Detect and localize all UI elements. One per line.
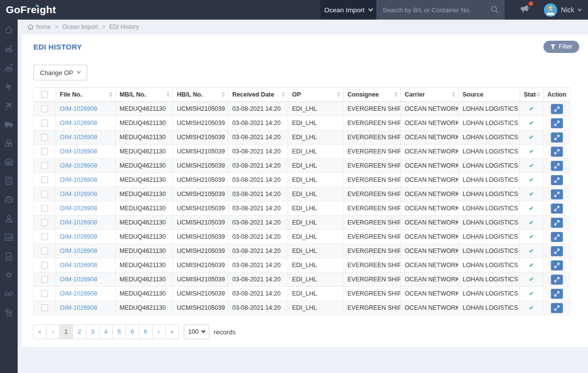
action-expand-button[interactable] xyxy=(551,232,563,242)
row-checkbox[interactable] xyxy=(41,105,48,112)
column-header[interactable]: File No. xyxy=(56,88,116,102)
filter-button[interactable]: Filter xyxy=(543,41,579,53)
file-no-link[interactable]: OIM-1026908 xyxy=(60,262,97,269)
column-header[interactable]: Action xyxy=(543,88,570,102)
search-icon[interactable] xyxy=(490,5,499,14)
sidebar-item-home[interactable] xyxy=(3,25,14,35)
file-no-link[interactable]: OIM-1026908 xyxy=(60,205,97,212)
file-no-link[interactable]: OIM-1026908 xyxy=(60,290,97,297)
sidebar-item-settings[interactable] xyxy=(3,270,14,280)
pagination-button[interactable]: 1 xyxy=(59,324,73,339)
sidebar-item-air-export[interactable] xyxy=(3,100,14,110)
sort-icon[interactable] xyxy=(221,92,226,97)
sidebar-item-ocean-import[interactable] xyxy=(3,44,14,54)
file-no-link[interactable]: OIM-1026908 xyxy=(60,162,97,169)
column-header[interactable]: HB/L No. xyxy=(173,88,228,102)
file-no-link[interactable]: OIM-1026908 xyxy=(60,120,97,126)
file-no-link[interactable]: OIM-1026908 xyxy=(60,233,97,240)
pagination-button[interactable]: ‹ xyxy=(46,324,60,339)
file-no-link[interactable]: OIM-1026908 xyxy=(60,176,97,183)
row-checkbox[interactable] xyxy=(41,191,48,198)
row-checkbox[interactable] xyxy=(41,248,48,254)
breadcrumb-home[interactable]: home xyxy=(27,24,51,30)
action-expand-button[interactable] xyxy=(551,303,563,313)
search-input[interactable] xyxy=(376,0,505,20)
pagination-button[interactable]: 5 xyxy=(112,324,126,339)
row-checkbox[interactable] xyxy=(41,276,48,283)
row-checkbox[interactable] xyxy=(41,233,48,240)
row-checkbox[interactable] xyxy=(41,304,48,311)
row-checkbox[interactable] xyxy=(41,176,48,183)
file-no-link[interactable]: OIM-1026908 xyxy=(60,148,97,155)
column-header[interactable]: OP xyxy=(288,88,343,102)
row-checkbox[interactable] xyxy=(41,120,48,126)
sidebar-item-reports[interactable] xyxy=(3,232,14,243)
sidebar-item-documents[interactable] xyxy=(3,251,14,261)
module-selector-dropdown[interactable]: Ocean Import xyxy=(320,0,376,20)
action-expand-button[interactable] xyxy=(551,175,563,185)
action-expand-button[interactable] xyxy=(551,203,563,214)
row-checkbox[interactable] xyxy=(41,205,48,212)
pagination-button[interactable]: 4 xyxy=(99,324,113,339)
action-expand-button[interactable] xyxy=(551,161,563,171)
column-header[interactable]: MB/L No. xyxy=(116,88,173,102)
pagination-button[interactable]: » xyxy=(165,324,179,339)
announcements-button[interactable] xyxy=(519,3,531,16)
sidebar-item-export-share[interactable] xyxy=(3,308,14,318)
pagination-button[interactable]: 3 xyxy=(86,324,99,339)
action-expand-button[interactable] xyxy=(551,289,563,299)
sort-icon[interactable] xyxy=(451,92,456,97)
sidebar-item-trucking[interactable] xyxy=(3,119,14,129)
sort-icon[interactable] xyxy=(108,92,113,97)
column-header[interactable]: Consignee xyxy=(343,88,401,102)
action-expand-button[interactable] xyxy=(551,147,563,157)
sort-icon[interactable] xyxy=(336,92,341,97)
row-checkbox[interactable] xyxy=(41,148,48,155)
column-header[interactable]: Source xyxy=(459,88,520,102)
file-no-link[interactable]: OIM-1026908 xyxy=(60,304,97,311)
pagination-button[interactable]: 6 xyxy=(139,324,152,339)
sidebar-item-jobs[interactable] xyxy=(3,195,14,205)
sort-icon[interactable] xyxy=(393,92,398,97)
sidebar-item-warehouse[interactable] xyxy=(3,157,14,167)
file-no-link[interactable]: OIM-1026908 xyxy=(60,105,97,112)
pagination-button[interactable]: « xyxy=(33,324,47,339)
file-no-link[interactable]: OIM-1026908 xyxy=(60,191,97,198)
column-header[interactable]: Carrier xyxy=(401,88,459,102)
select-all-checkbox[interactable] xyxy=(41,91,48,98)
file-no-link[interactable]: OIM-1026908 xyxy=(60,219,97,226)
column-header[interactable]: Status xyxy=(520,88,543,102)
sidebar-item-packages[interactable] xyxy=(3,138,14,148)
file-no-link[interactable]: OIM-1026908 xyxy=(60,248,97,254)
breadcrumb-edi-history[interactable]: EDI History xyxy=(109,24,139,30)
app-logo[interactable]: GoFreight xyxy=(0,0,98,20)
sidebar-item-contacts[interactable] xyxy=(3,213,14,224)
change-op-dropdown[interactable]: Change OP xyxy=(33,65,87,80)
action-expand-button[interactable] xyxy=(551,274,563,285)
pagination-button[interactable]: › xyxy=(152,324,166,339)
row-checkbox[interactable] xyxy=(41,162,48,169)
pagination-button[interactable]: 2 xyxy=(73,324,86,339)
pagination-button[interactable]: 6 xyxy=(125,324,139,339)
sort-icon[interactable] xyxy=(166,92,171,97)
row-checkbox[interactable] xyxy=(41,134,48,141)
sidebar-item-air-import[interactable] xyxy=(3,81,14,92)
action-expand-button[interactable] xyxy=(551,260,563,271)
sort-icon[interactable] xyxy=(281,92,286,97)
page-size-select[interactable]: 100 xyxy=(184,324,209,339)
sidebar-item-ocean-export[interactable] xyxy=(3,62,14,73)
user-menu[interactable]: Nick xyxy=(544,3,581,17)
sidebar-item-accounting[interactable] xyxy=(3,175,14,186)
action-expand-button[interactable] xyxy=(551,189,563,199)
action-expand-button[interactable] xyxy=(551,118,563,128)
sort-icon[interactable] xyxy=(536,92,541,97)
action-expand-button[interactable] xyxy=(551,104,563,114)
action-expand-button[interactable] xyxy=(551,246,563,256)
file-no-link[interactable]: OIM-1026908 xyxy=(60,134,97,141)
row-checkbox[interactable] xyxy=(41,290,48,297)
sidebar-item-integrations[interactable] xyxy=(3,289,14,299)
row-checkbox[interactable] xyxy=(41,262,48,269)
breadcrumb-ocean-import[interactable]: Ocean Import xyxy=(62,24,98,30)
action-expand-button[interactable] xyxy=(551,218,563,228)
column-header[interactable]: Received Date xyxy=(228,88,288,102)
